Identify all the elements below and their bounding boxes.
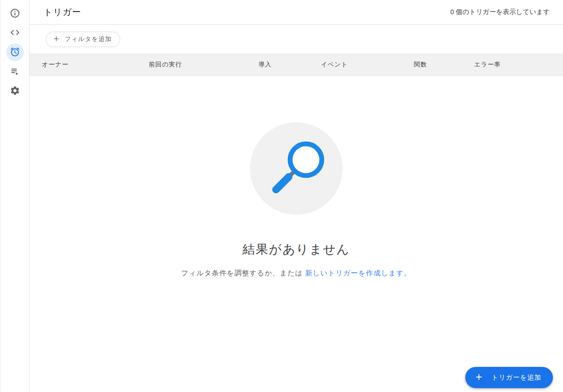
empty-state: 結果がありません フィルタ条件を調整するか、または 新しいトリガーを作成します。 xyxy=(29,76,563,278)
column-header-error-rate: エラー率 xyxy=(474,61,563,69)
magnifier-icon xyxy=(250,122,342,215)
add-trigger-button[interactable]: トリガーを追加 xyxy=(465,367,553,388)
create-trigger-link[interactable]: 新しいトリガーを作成します。 xyxy=(305,269,411,277)
add-filter-label: フィルタを追加 xyxy=(65,35,112,43)
triggers-table-body: 結果がありません フィルタ条件を調整するか、または 新しいトリガーを作成します。 xyxy=(29,76,563,392)
page-title: トリガー xyxy=(44,6,81,18)
sidebar-item-triggers[interactable] xyxy=(0,43,29,62)
sidebar-item-editor[interactable] xyxy=(0,23,29,43)
empty-state-subtitle-text: フィルタ条件を調整するか、または xyxy=(181,269,305,277)
playlist-play-icon xyxy=(10,66,20,78)
plus-icon xyxy=(52,35,60,44)
apps-script-triggers-page: トリガー 0 個のトリガーを表示しています フィルタを追加 オーナー 前回の実行… xyxy=(0,0,563,392)
triggers-table-header: オーナー 前回の実行 導入 イベント 関数 エラー率 xyxy=(29,54,563,76)
trigger-count-text: 0 個のトリガーを表示しています xyxy=(450,8,550,16)
code-icon xyxy=(10,27,20,39)
empty-state-subtitle: フィルタ条件を調整するか、または 新しいトリガーを作成します。 xyxy=(181,269,412,278)
column-header-event: イベント xyxy=(321,61,414,69)
main-panel: トリガー 0 個のトリガーを表示しています フィルタを追加 オーナー 前回の実行… xyxy=(29,0,563,392)
column-header-owner: オーナー xyxy=(42,61,149,69)
page-header: トリガー 0 個のトリガーを表示しています xyxy=(29,0,563,25)
add-filter-button[interactable]: フィルタを追加 xyxy=(46,32,120,47)
sidebar-item-settings[interactable] xyxy=(0,81,29,101)
column-header-deployment: 導入 xyxy=(258,61,321,69)
alarm-icon xyxy=(10,47,20,59)
filter-bar: フィルタを追加 xyxy=(29,25,563,54)
empty-state-title: 結果がありません xyxy=(243,241,350,258)
sidebar xyxy=(0,0,29,392)
add-trigger-label: トリガーを追加 xyxy=(492,374,541,382)
column-header-function: 関数 xyxy=(414,61,474,69)
plus-icon xyxy=(474,372,484,383)
sidebar-item-overview[interactable] xyxy=(0,4,29,23)
info-icon xyxy=(10,8,20,20)
gear-icon xyxy=(10,85,20,97)
sidebar-item-executions[interactable] xyxy=(0,62,29,81)
column-header-last-run: 前回の実行 xyxy=(149,61,258,69)
